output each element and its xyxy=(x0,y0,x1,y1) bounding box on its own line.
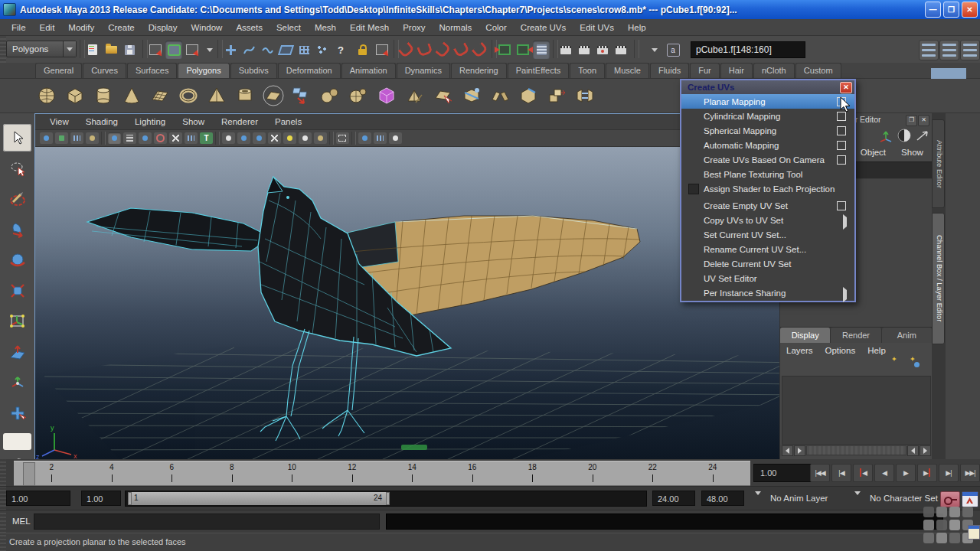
play-backwards-button[interactable]: ◀ xyxy=(874,464,894,482)
quad-draw-icon[interactable] xyxy=(430,81,456,110)
shaded-mode-icon[interactable] xyxy=(139,132,152,144)
panel-menu-panels[interactable]: Panels xyxy=(266,117,310,126)
mask-misc-icon[interactable]: ? xyxy=(332,41,349,59)
character-set-dropdown-icon[interactable] xyxy=(854,495,861,504)
poly-torus-icon[interactable] xyxy=(175,81,201,110)
render-current-frame-icon[interactable] xyxy=(576,41,593,59)
anim-layer-dropdown-icon[interactable] xyxy=(755,495,761,504)
poly-cone-icon[interactable] xyxy=(119,81,145,110)
rotate-tool-icon[interactable] xyxy=(3,246,31,274)
menu-item-per-instance-sharing[interactable]: Per Instance Sharing xyxy=(681,285,854,300)
soft-modification-tool-icon[interactable] xyxy=(3,338,31,366)
all-lights-icon[interactable] xyxy=(237,132,250,144)
menu-edit-uvs[interactable]: Edit UVs xyxy=(573,19,621,36)
menu-item-automatic-mapping[interactable]: Automatic Mapping xyxy=(681,138,854,152)
menu-mesh[interactable]: Mesh xyxy=(308,19,343,36)
ipr-render-icon[interactable] xyxy=(594,41,611,59)
menu-set-dropdown-arrow[interactable] xyxy=(63,41,76,57)
open-scene-icon[interactable] xyxy=(103,41,119,59)
panel-menu-shading[interactable]: Shading xyxy=(77,117,126,126)
shelf-tab-polygons[interactable]: Polygons xyxy=(178,63,229,78)
shadows-icon[interactable] xyxy=(268,132,281,144)
last-tool-slot[interactable] xyxy=(3,433,31,450)
layer-list[interactable] xyxy=(782,376,931,445)
menu-color[interactable]: Color xyxy=(479,19,513,36)
selection-mode-icon[interactable]: a xyxy=(665,41,681,59)
auto-keyframe-icon[interactable] xyxy=(962,491,978,507)
manipulator-arrow-icon[interactable] xyxy=(915,129,930,142)
universal-manipulator-tool-icon[interactable] xyxy=(3,308,31,335)
shelf-tab-painteffects[interactable]: PaintEffects xyxy=(508,63,570,78)
menu-item-delete-current-uv-set[interactable]: Delete Current UV Set xyxy=(681,256,854,271)
anim-layer-label[interactable]: No Anim Layer xyxy=(770,494,828,503)
channel-menu-object[interactable]: Object xyxy=(861,148,886,157)
menu-set-selector[interactable]: Polygons xyxy=(6,41,77,57)
poly-cube-icon[interactable] xyxy=(62,81,88,110)
layer-menu-layers[interactable]: Layers xyxy=(786,346,813,355)
range-handle-right[interactable] xyxy=(386,492,390,505)
shelf-tab-subdivs[interactable]: Subdivs xyxy=(230,63,277,78)
group-separator[interactable] xyxy=(634,40,639,58)
new-layer-assign-icon[interactable] xyxy=(913,360,926,373)
layer-menu-options[interactable]: Options xyxy=(825,346,856,355)
scroll-left2-icon[interactable] xyxy=(907,445,919,456)
time-slider[interactable]: 2 4 6 8 10 12 14 16 18 20 22 24 xyxy=(14,461,750,486)
construction-history-icon[interactable] xyxy=(533,41,550,59)
select-hierarchy-icon[interactable] xyxy=(147,41,164,59)
select-object-icon[interactable] xyxy=(165,41,182,59)
shelf-tab-toon[interactable]: Toon xyxy=(570,63,605,78)
menu-item-create-empty-uv-set[interactable]: Create Empty UV Set xyxy=(681,198,854,213)
shelf-tab-deformation[interactable]: Deformation xyxy=(278,63,341,78)
default-lighting-icon[interactable] xyxy=(222,132,235,144)
step-forward-frame-button[interactable]: ▶| xyxy=(939,464,959,482)
layer-tab-display[interactable]: Display xyxy=(780,328,831,343)
menu-select[interactable]: Select xyxy=(270,19,308,36)
lasso-tool-icon[interactable] xyxy=(3,155,31,182)
move-layer-up-icon[interactable] xyxy=(859,360,873,373)
snap-plane-icon[interactable] xyxy=(453,41,470,59)
animation-end-field[interactable]: 48.00 xyxy=(701,491,744,506)
shelf-tab-rendering[interactable]: Rendering xyxy=(451,63,507,78)
scale-tool-icon[interactable] xyxy=(3,277,31,305)
scroll-right-icon[interactable] xyxy=(794,445,805,456)
paint-select-tool-icon[interactable] xyxy=(3,185,31,213)
save-scene-icon[interactable] xyxy=(121,41,138,59)
extrude-icon[interactable] xyxy=(544,81,570,110)
menu-item-uv-set-editor[interactable]: UV Set Editor xyxy=(681,271,854,285)
menu-display[interactable]: Display xyxy=(142,19,185,36)
menu-normals[interactable]: Normals xyxy=(433,19,479,36)
render-settings-icon[interactable] xyxy=(612,41,629,59)
menu-create[interactable]: Create xyxy=(101,19,142,36)
snap-view-icon[interactable] xyxy=(472,41,488,59)
help-line-grip[interactable] xyxy=(0,533,6,551)
option-box-icon[interactable] xyxy=(837,201,846,210)
scroll-track[interactable] xyxy=(806,445,906,455)
step-back-key-button[interactable]: ◀ xyxy=(853,464,873,482)
use-default-material-icon[interactable] xyxy=(169,132,182,144)
minimize-button[interactable]: — xyxy=(925,2,941,18)
toggle-attribute-editor-button[interactable] xyxy=(919,40,939,60)
create-uvs-menu-title[interactable]: Create UVs ✕ xyxy=(681,80,854,94)
panel-restore-icon[interactable]: ❐ xyxy=(906,115,917,126)
panel-menu-lighting[interactable]: Lighting xyxy=(126,117,174,126)
toggle-tool-settings-button[interactable] xyxy=(939,40,959,60)
menu-item-create-uvs-based-on-camera[interactable]: Create UVs Based On Camera xyxy=(681,152,854,167)
menu-assets[interactable]: Assets xyxy=(229,19,270,36)
range-slider-grip[interactable] xyxy=(0,487,6,510)
layer-menu-help[interactable]: Help xyxy=(867,346,886,355)
command-line-label[interactable]: MEL xyxy=(12,517,31,526)
shelf-tab-general[interactable]: General xyxy=(35,63,82,78)
script-editor-icon[interactable] xyxy=(968,525,980,540)
mask-dynamics-icon[interactable] xyxy=(314,41,331,59)
select-component-icon[interactable] xyxy=(184,41,201,59)
poly-cylinder-icon[interactable] xyxy=(90,81,116,110)
menu-item-spherical-mapping[interactable]: Spherical Mapping xyxy=(681,123,854,138)
panel-menu-renderer[interactable]: Renderer xyxy=(213,117,266,126)
shelf-tab-ncloth[interactable]: nCloth xyxy=(753,63,795,78)
shelf-tab-custom[interactable]: Custom xyxy=(795,63,841,78)
manipulator-axis-icon[interactable] xyxy=(878,129,893,142)
shelf-tab-dynamics[interactable]: Dynamics xyxy=(397,63,450,78)
quick-select-collapse-icon[interactable] xyxy=(649,41,660,59)
shelf-tab-hair[interactable]: Hair xyxy=(720,63,753,78)
bookmarks-icon[interactable] xyxy=(70,132,83,144)
